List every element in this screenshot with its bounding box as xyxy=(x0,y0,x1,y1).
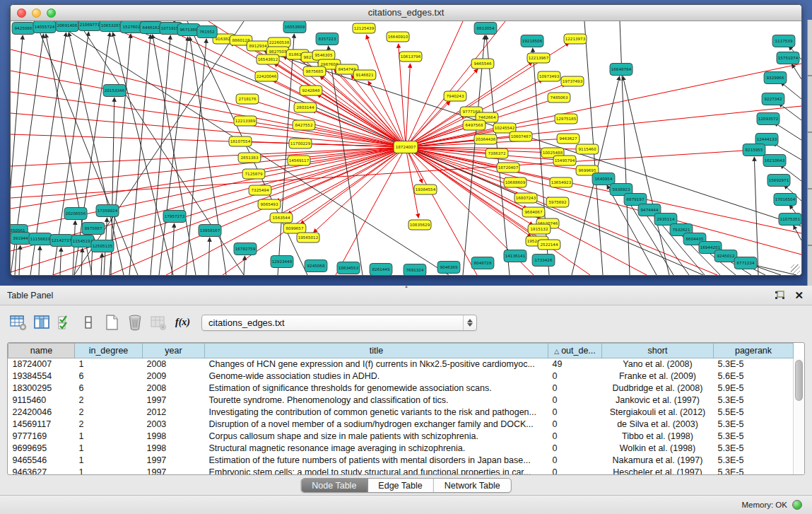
network-node[interactable]: 19565012 xyxy=(297,233,319,243)
network-node[interactable]: 2851383 xyxy=(238,153,261,163)
table-row[interactable]: 1456911722003Disruption of a novel membe… xyxy=(8,419,794,431)
network-node[interactable]: 18107554 xyxy=(229,136,252,146)
network-node[interactable]: 21069771 xyxy=(78,21,101,31)
window-resize-grip[interactable] xyxy=(791,264,800,274)
table-selector-dropdown[interactable]: citations_edges.txt xyxy=(201,315,477,331)
network-node[interactable]: 12093572 xyxy=(757,113,779,125)
network-node[interactable]: 2718176 xyxy=(236,94,259,104)
network-node[interactable]: 12213389 xyxy=(234,116,257,126)
network-node[interactable]: 6466162 xyxy=(140,22,163,34)
network-node[interactable]: 14136141 xyxy=(504,250,526,262)
close-panel-icon[interactable]: ✕ xyxy=(794,291,804,300)
network-node[interactable]: 15751074 xyxy=(777,52,799,64)
network-node[interactable]: 18724007 xyxy=(394,141,418,153)
network-node[interactable]: 2803144 xyxy=(294,103,317,112)
network-node[interactable]: 1527602 xyxy=(120,21,143,33)
network-node[interactable]: 1815132 xyxy=(528,224,551,234)
network-node[interactable]: 9975887 xyxy=(82,223,105,235)
network-node[interactable]: 8357223 xyxy=(316,33,339,45)
network-node[interactable]: 22420046 xyxy=(255,71,278,81)
network-node[interactable]: 10613796 xyxy=(399,52,422,62)
network-graph[interactable]: 1872400791638228860128891293422260538982… xyxy=(11,21,801,276)
table-row[interactable]: 946362711997Embryonic stem cells: a mode… xyxy=(8,467,794,476)
network-node[interactable]: 6497568 xyxy=(463,120,486,130)
tab-network-table[interactable]: Network Table xyxy=(434,479,511,492)
network-node[interactable]: 12213973 xyxy=(564,34,587,44)
network-node[interactable]: 13958167 xyxy=(199,225,221,237)
select-all-icon[interactable] xyxy=(56,313,74,332)
network-node[interactable]: 11545193 xyxy=(71,235,94,247)
network-node[interactable]: 7485063 xyxy=(548,93,570,103)
float-panel-icon[interactable] xyxy=(775,291,785,300)
network-node[interactable]: 12142737 xyxy=(50,235,73,247)
network-node[interactable]: 11075351 xyxy=(779,214,801,226)
network-node[interactable]: 8261449 xyxy=(370,264,392,276)
network-node[interactable]: 8813054 xyxy=(474,23,497,35)
network-node[interactable]: 20206556 xyxy=(64,208,87,220)
network-node[interactable]: 9227342 xyxy=(762,93,784,105)
network-node[interactable]: 16782759 xyxy=(234,243,257,255)
network-node[interactable]: 17016504 xyxy=(774,194,796,206)
network-node[interactable]: 7940243 xyxy=(444,91,466,101)
network-view-canvas[interactable]: 1872400791638228860128891293422260538982… xyxy=(11,21,801,275)
network-node[interactable]: 10834553 xyxy=(337,262,360,274)
network-node[interactable]: 7691324 xyxy=(404,264,426,276)
network-node[interactable]: 9046389 xyxy=(437,262,460,274)
network-node[interactable]: 19737493 xyxy=(561,76,584,86)
network-node[interactable]: 12975185 xyxy=(555,114,577,124)
network-node[interactable]: 12125439 xyxy=(353,23,375,33)
network-node[interactable]: 6879197 xyxy=(624,194,647,206)
tab-node-table[interactable]: Node Table xyxy=(301,479,367,492)
network-node[interactable]: 11156829 xyxy=(29,233,52,245)
show-columns-icon[interactable] xyxy=(33,313,51,332)
network-node[interactable]: 8099657 xyxy=(283,223,306,233)
network-node[interactable]: 1563544 xyxy=(270,213,293,223)
column-header-outde[interactable]: △out_de... xyxy=(548,344,602,358)
network-node[interactable]: 391944 xyxy=(11,233,30,245)
network-node[interactable]: 16053809 xyxy=(283,21,306,33)
network-node[interactable]: 1117539 xyxy=(772,35,795,47)
network-node[interactable]: 9425086 xyxy=(12,23,35,35)
table-row[interactable]: 977716911998Corpus callosum shape and si… xyxy=(8,431,794,443)
column-header-indegree[interactable]: in_degree xyxy=(75,344,143,358)
clear-selection-icon[interactable] xyxy=(79,313,98,332)
scrollbar-thumb[interactable] xyxy=(795,360,803,401)
network-node[interactable]: 20691406 xyxy=(56,21,78,32)
network-node[interactable]: 16807243 xyxy=(514,193,537,203)
network-window[interactable]: citations_edges.txt 18724007916382288601… xyxy=(10,4,802,276)
network-node[interactable]: 8048728 xyxy=(471,257,494,269)
network-node[interactable]: 17359924 xyxy=(96,205,119,217)
network-node[interactable]: 12505135 xyxy=(91,240,114,252)
delete-column-icon[interactable] xyxy=(126,313,144,332)
table-row[interactable]: 1938455462009Genome-wide association stu… xyxy=(8,370,794,382)
network-node[interactable]: 8215955 xyxy=(743,144,765,156)
network-node[interactable]: 9146821 xyxy=(353,70,376,80)
network-window-titlebar[interactable]: citations_edges.txt xyxy=(11,5,801,21)
column-header-year[interactable]: year xyxy=(143,344,205,358)
tab-edge-table[interactable]: Edge Table xyxy=(367,479,433,492)
panel-divider-handle[interactable]: ▲ xyxy=(404,285,409,288)
network-node[interactable]: 10973493 xyxy=(538,71,560,81)
network-node[interactable]: 15495794 xyxy=(553,156,576,165)
network-node[interactable]: 17957273 xyxy=(163,211,186,223)
table-row[interactable]: 911546021997Tourette syndrome. Phenomeno… xyxy=(8,395,794,407)
network-node[interactable]: 14569117 xyxy=(288,156,310,165)
network-node[interactable]: 2935114 xyxy=(654,214,677,226)
network-node[interactable]: 18720407 xyxy=(497,163,519,173)
network-node[interactable]: 16648784 xyxy=(610,64,632,76)
column-header-name[interactable]: name xyxy=(8,344,75,358)
table-row[interactable]: 1830029562008Estimation of significance … xyxy=(8,382,794,395)
table-row[interactable]: 1872400712008Changes of HCN gene express… xyxy=(8,358,794,370)
network-node[interactable]: 9546305 xyxy=(312,50,335,60)
network-node[interactable]: 7125879 xyxy=(242,169,265,179)
network-node[interactable]: 19384554 xyxy=(414,185,437,194)
network-node[interactable]: 9671388 xyxy=(177,24,200,36)
network-node[interactable]: 16210643 xyxy=(763,155,786,167)
table-row[interactable]: 2242004622012Investigating the contribut… xyxy=(8,407,794,419)
network-node[interactable]: 12444133 xyxy=(755,134,778,146)
column-header-pagerank[interactable]: pagerank xyxy=(714,344,794,358)
network-node[interactable]: 5975692 xyxy=(546,197,569,207)
network-node[interactable]: 12213967 xyxy=(527,53,550,63)
network-node[interactable]: 13654923 xyxy=(550,177,572,187)
network-node[interactable]: 9065493 xyxy=(258,199,281,209)
